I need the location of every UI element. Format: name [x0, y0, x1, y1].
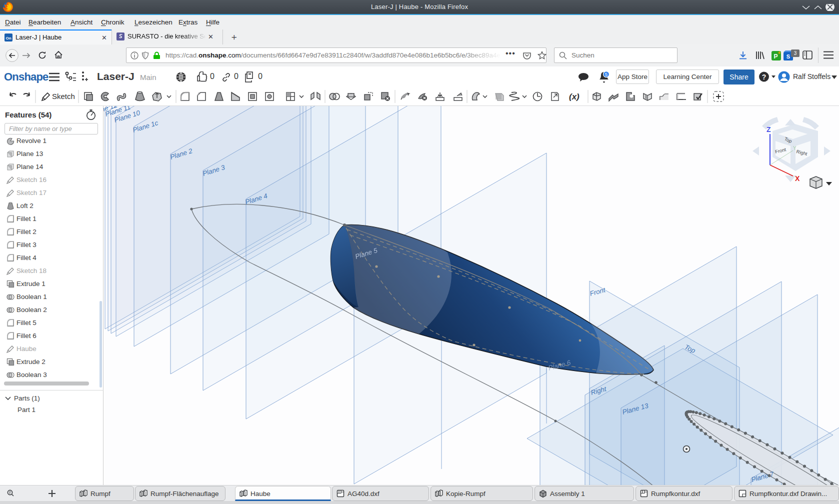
svg-text:+: +: [778, 50, 781, 56]
svg-text:On: On: [6, 36, 11, 40]
svg-text:Sketch: Sketch: [52, 92, 75, 100]
svg-text:(x): (x): [569, 92, 580, 102]
svg-text:5: 5: [605, 72, 608, 77]
svg-text:3: 3: [794, 50, 797, 56]
svg-text:?: ?: [762, 73, 766, 81]
svg-text:S: S: [786, 54, 790, 60]
svg-text:P: P: [774, 53, 778, 60]
svg-text:Z: Z: [766, 126, 771, 134]
svg-text:Y: Y: [793, 146, 796, 151]
svg-text:X: X: [795, 174, 800, 182]
